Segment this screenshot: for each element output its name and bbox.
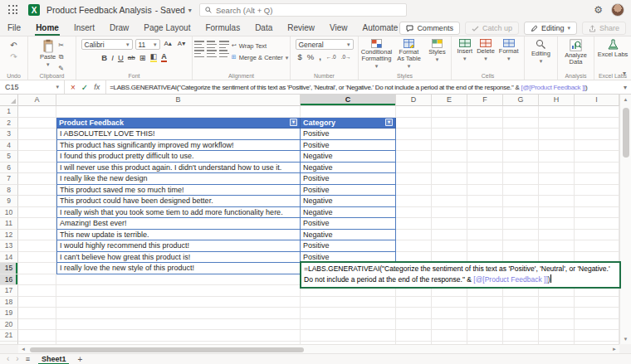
cell-D19[interactable]	[396, 308, 432, 319]
avatar[interactable]	[611, 3, 624, 17]
scroll-up-icon[interactable]: ▲	[624, 96, 629, 103]
cell-C21[interactable]	[301, 330, 396, 342]
cell-A18[interactable]	[18, 297, 56, 308]
cell-E1[interactable]	[432, 106, 467, 118]
cell-F11[interactable]	[467, 218, 503, 230]
fill-color-icon[interactable]: ◧	[150, 52, 158, 62]
cell-A16[interactable]	[18, 274, 56, 286]
tab-view[interactable]: View	[322, 20, 355, 36]
alignment-icons[interactable]	[194, 41, 229, 57]
cell-G5[interactable]	[503, 151, 539, 163]
cell-H10[interactable]	[539, 207, 575, 219]
cell-F12[interactable]	[467, 230, 503, 241]
borders-icon[interactable]: ⊞	[139, 53, 146, 62]
cell-E8[interactable]	[432, 185, 467, 197]
cell-E12[interactable]	[432, 230, 467, 241]
cell-G7[interactable]	[503, 173, 539, 185]
column-header-D[interactable]: D	[396, 95, 432, 106]
cell-B9[interactable]: This product could have been designed be…	[56, 196, 301, 207]
cell-B7[interactable]: I really like the new design	[56, 173, 301, 185]
cell-I19[interactable]	[575, 308, 619, 319]
insert-function-icon[interactable]: fx	[94, 83, 100, 91]
cell-F10[interactable]	[467, 207, 503, 219]
excel-logo-icon[interactable]: X	[28, 4, 40, 16]
tab-page-layout[interactable]: Page Layout	[136, 20, 198, 36]
cell-H4[interactable]	[539, 140, 575, 152]
cell-I2[interactable]	[575, 118, 619, 129]
wrap-text-button[interactable]: ↩Wrap Text	[232, 41, 288, 51]
cell-F7[interactable]	[467, 173, 503, 185]
cell-B5[interactable]: I found this product pretty difficult to…	[56, 151, 301, 163]
cell-H18[interactable]	[539, 297, 575, 308]
cell-C9[interactable]: Negative	[301, 196, 396, 207]
cell-A17[interactable]	[18, 285, 56, 297]
cell-I12[interactable]	[575, 230, 619, 241]
cell-B18[interactable]	[56, 297, 301, 308]
cell-F1[interactable]	[467, 106, 503, 118]
font-color-icon[interactable]: A	[161, 52, 167, 62]
cell-styles-button[interactable]: Styles▾	[428, 39, 448, 63]
cell-I20[interactable]	[575, 319, 619, 331]
cell-G10[interactable]	[503, 207, 539, 219]
row-header-15[interactable]: 15	[0, 263, 18, 274]
cell-H3[interactable]	[539, 129, 575, 140]
cell-G8[interactable]	[503, 185, 539, 197]
row-header-4[interactable]: 4	[0, 140, 18, 152]
cell-G11[interactable]	[503, 218, 539, 230]
app-launcher-icon[interactable]	[8, 5, 18, 15]
row-header-16[interactable]: 16	[0, 274, 18, 286]
cell-D13[interactable]	[396, 240, 432, 252]
column-header-G[interactable]: G	[503, 95, 539, 106]
cell-D3[interactable]	[396, 129, 432, 140]
column-header-A[interactable]: A	[18, 95, 56, 106]
cell-A6[interactable]	[18, 163, 56, 174]
cell-D4[interactable]	[396, 140, 432, 152]
vertical-scroll-thumb[interactable]	[623, 108, 629, 158]
next-sheet-icon[interactable]: ›	[16, 355, 18, 363]
document-title[interactable]: Product Feedback Analysis - Saved ▾	[46, 5, 192, 15]
cell-G9[interactable]	[503, 196, 539, 207]
indent-icon[interactable]	[219, 50, 229, 57]
cell-G18[interactable]	[503, 297, 539, 308]
tab-home[interactable]: Home	[28, 20, 66, 36]
cell-A20[interactable]	[18, 319, 56, 331]
add-sheet-icon[interactable]: +	[77, 355, 82, 364]
cell-G2[interactable]	[503, 118, 539, 129]
row-header-21[interactable]: 21	[0, 330, 18, 342]
cell-E2[interactable]	[432, 118, 467, 129]
align-middle-icon[interactable]	[207, 41, 217, 48]
cell-A11[interactable]	[18, 218, 56, 230]
format-cells-button[interactable]: Format▾	[499, 39, 519, 62]
cell-A1[interactable]	[18, 106, 56, 118]
row-header-20[interactable]: 20	[0, 319, 18, 331]
cell-E18[interactable]	[432, 297, 467, 308]
decrease-decimal-icon[interactable]: .0→	[341, 54, 351, 60]
cell-D7[interactable]	[396, 173, 432, 185]
row-header-10[interactable]: 10	[0, 207, 18, 219]
editing-menu-button[interactable]: Editing▾	[531, 39, 550, 65]
horizontal-scroll-thumb[interactable]	[30, 347, 304, 352]
percent-icon[interactable]: %	[307, 52, 314, 61]
cell-B16[interactable]	[56, 274, 301, 286]
cell-F8[interactable]	[467, 185, 503, 197]
cell-E5[interactable]	[432, 151, 467, 163]
font-size-select[interactable]: 11▾	[135, 39, 160, 50]
cancel-icon[interactable]: ×	[71, 83, 76, 92]
font-name-select[interactable]: Calibri▾	[81, 39, 133, 50]
cell-H19[interactable]	[539, 308, 575, 319]
cell-A8[interactable]	[18, 185, 56, 197]
format-as-table-button[interactable]: Format As Table▾	[396, 39, 423, 70]
cell-E11[interactable]	[432, 218, 467, 230]
cell-B19[interactable]	[56, 308, 301, 319]
cell-G21[interactable]	[503, 330, 539, 342]
cell-A4[interactable]	[18, 140, 56, 152]
cell-I9[interactable]	[575, 196, 619, 207]
cell-E20[interactable]	[432, 319, 467, 331]
cell-E4[interactable]	[432, 140, 467, 152]
cell-A2[interactable]	[18, 118, 56, 129]
cell-H12[interactable]	[539, 230, 575, 241]
cell-H21[interactable]	[539, 330, 575, 342]
cell-B20[interactable]	[56, 319, 301, 331]
cell-H5[interactable]	[539, 151, 575, 163]
cell-C2[interactable]: Category▾	[301, 118, 396, 129]
